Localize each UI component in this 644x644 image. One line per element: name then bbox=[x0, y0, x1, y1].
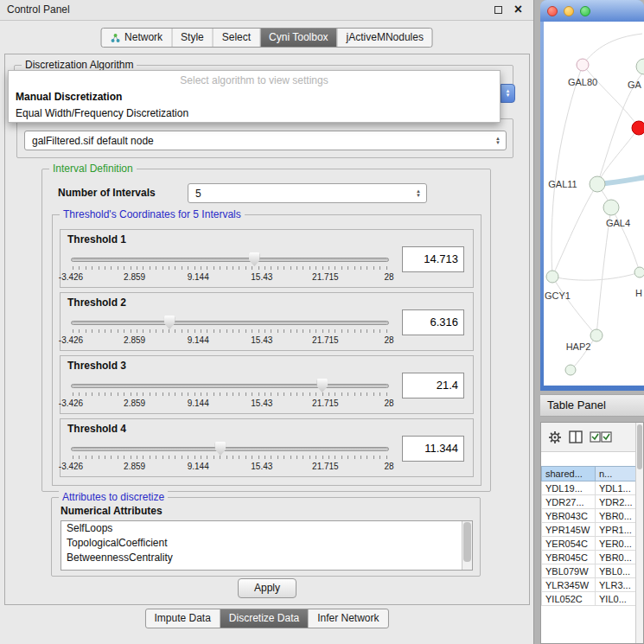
scale-label: -3.426 bbox=[59, 399, 83, 408]
node-label: GCY1 bbox=[545, 290, 571, 301]
tab-style[interactable]: Style bbox=[172, 29, 214, 47]
cell[interactable]: YIL0... bbox=[596, 592, 637, 606]
cell[interactable]: YBR045C bbox=[542, 551, 596, 564]
node[interactable] bbox=[634, 267, 644, 277]
scale-label: 21.715 bbox=[312, 462, 339, 471]
tab-jactivemnodules[interactable]: jActiveMNodules bbox=[338, 29, 432, 47]
list-item[interactable]: SelfLoops bbox=[61, 521, 472, 536]
minimize-traffic-light-icon[interactable] bbox=[564, 6, 574, 16]
table-row[interactable]: YDR27...YDR2... bbox=[542, 495, 637, 509]
close-icon[interactable]: × bbox=[514, 2, 522, 17]
threshold-4-value[interactable]: 11.344 bbox=[402, 436, 464, 462]
scale-label: 15.43 bbox=[251, 272, 272, 282]
node[interactable] bbox=[577, 59, 589, 71]
list-item[interactable]: TopologicalCoefficient bbox=[61, 536, 472, 551]
threshold-4-slider[interactable]: -3.426 2.859 9.144 15.43 21.715 28 bbox=[71, 440, 389, 475]
number-of-intervals-select[interactable]: 5 ▲▼ bbox=[188, 183, 427, 203]
table-row[interactable]: YBL079WYBL0... bbox=[542, 564, 637, 578]
threshold-1-slider[interactable]: -3.426 2.859 9.144 15.43 21.715 28 bbox=[71, 251, 389, 285]
right-panel: GAL80 GA GAL11 GAL4 GCY1 H HAP2 Table Pa… bbox=[540, 0, 644, 644]
scrollbar-thumb[interactable] bbox=[637, 424, 642, 469]
threshold-2-slider[interactable]: -3.426 2.859 9.144 15.43 21.715 28 bbox=[71, 314, 389, 348]
column-header-name[interactable]: n... bbox=[596, 467, 637, 481]
select-all-checkbox-icon[interactable] bbox=[590, 431, 612, 443]
cell[interactable]: YPR1... bbox=[596, 523, 637, 537]
cell[interactable]: YDL1... bbox=[596, 481, 637, 495]
slider-thumb[interactable] bbox=[164, 316, 175, 329]
scrollbar-thumb[interactable] bbox=[463, 522, 471, 562]
tab-select[interactable]: Select bbox=[214, 29, 260, 47]
cell[interactable]: YBR0... bbox=[596, 509, 637, 523]
slider-ticks bbox=[73, 392, 387, 396]
threshold-3-value[interactable]: 21.4 bbox=[402, 373, 464, 399]
selected-node[interactable] bbox=[632, 121, 644, 135]
table-row[interactable]: YLR345WYLR3... bbox=[542, 578, 637, 592]
tab-cyni-toolbox[interactable]: Cyni Toolbox bbox=[260, 29, 337, 47]
cell[interactable]: YBL0... bbox=[596, 564, 637, 578]
table-row[interactable]: YBR043CYBR0... bbox=[542, 509, 637, 523]
columns-icon[interactable] bbox=[569, 430, 583, 443]
gear-icon[interactable] bbox=[548, 430, 562, 444]
network-window-titlebar[interactable] bbox=[540, 0, 644, 22]
cell[interactable]: YER054C bbox=[542, 537, 596, 551]
cell[interactable]: YIL052C bbox=[542, 592, 596, 606]
node-label: GAL11 bbox=[548, 179, 577, 189]
threshold-label: Threshold 2 bbox=[67, 296, 126, 309]
list-item[interactable]: BetweennessCentrality bbox=[61, 551, 472, 565]
scale-label: -3.426 bbox=[59, 272, 83, 282]
thresholds-group: Threshold's Coordinates for 5 Intervals … bbox=[52, 214, 481, 486]
slider-thumb[interactable] bbox=[214, 442, 226, 456]
algorithm-option-equal-width[interactable]: Equal Width/Frequency Discretization bbox=[9, 105, 500, 122]
table-row[interactable]: YDL19...YDL1... bbox=[542, 481, 637, 495]
cell[interactable]: YBL079W bbox=[542, 564, 596, 578]
close-traffic-light-icon[interactable] bbox=[547, 6, 558, 16]
cell[interactable]: YDL19... bbox=[542, 481, 596, 495]
slider-thumb[interactable] bbox=[249, 252, 260, 266]
node[interactable] bbox=[636, 59, 644, 74]
table-scrollbar[interactable] bbox=[635, 423, 643, 643]
table-row[interactable]: YIL052CYIL0... bbox=[542, 592, 637, 606]
slider-track[interactable] bbox=[71, 384, 389, 388]
node-gal11[interactable] bbox=[590, 176, 605, 192]
threshold-4-box: Threshold 4 -3.426 2.859 9.144 15.43 21.… bbox=[60, 418, 474, 477]
cell[interactable]: YER0... bbox=[596, 537, 637, 551]
cell[interactable]: YLR3... bbox=[596, 578, 637, 592]
algorithm-combo-button[interactable]: ▲ ▼ bbox=[501, 84, 515, 103]
table-row[interactable]: YER054CYER0... bbox=[542, 537, 637, 551]
cell[interactable]: YBR043C bbox=[542, 509, 596, 523]
table-row[interactable]: YPR145WYPR1... bbox=[542, 523, 637, 537]
table-data-select[interactable]: galFiltered.sif default node ▲▼ bbox=[24, 131, 507, 150]
slider-track[interactable] bbox=[71, 321, 389, 325]
tab-infer-network[interactable]: Infer Network bbox=[309, 609, 387, 628]
float-window-icon[interactable] bbox=[494, 6, 502, 14]
slider-thumb[interactable] bbox=[316, 379, 328, 392]
network-canvas[interactable]: GAL80 GA GAL11 GAL4 GCY1 H HAP2 bbox=[544, 22, 644, 386]
tab-discretize-data[interactable]: Discretize Data bbox=[220, 609, 309, 628]
cell[interactable]: YLR345W bbox=[542, 578, 596, 592]
network-graph[interactable]: GAL80 GA GAL11 GAL4 GCY1 H HAP2 bbox=[544, 22, 644, 386]
threshold-1-value[interactable]: 14.713 bbox=[402, 246, 464, 272]
cell[interactable]: YDR2... bbox=[596, 495, 637, 509]
node-hap2[interactable] bbox=[590, 329, 603, 341]
tab-impute-data[interactable]: Impute Data bbox=[145, 609, 220, 628]
column-header-shared[interactable]: shared... bbox=[542, 467, 596, 481]
slider-track[interactable] bbox=[71, 258, 389, 262]
apply-button[interactable]: Apply bbox=[238, 578, 296, 598]
node-gal4[interactable] bbox=[603, 200, 619, 215]
node-attribute-table: shared... n... YDL19...YDL1... YDR27...Y… bbox=[541, 466, 637, 606]
node[interactable] bbox=[565, 365, 576, 375]
zoom-traffic-light-icon[interactable] bbox=[580, 6, 590, 16]
list-scrollbar[interactable] bbox=[462, 521, 472, 570]
scale-label: 15.43 bbox=[251, 462, 272, 471]
table-row[interactable]: YBR045CYBR0... bbox=[542, 551, 637, 564]
slider-track[interactable] bbox=[71, 447, 389, 451]
threshold-3-slider[interactable]: -3.426 2.859 9.144 15.43 21.715 28 bbox=[71, 377, 389, 411]
numerical-attributes-list[interactable]: SelfLoops TopologicalCoefficient Between… bbox=[61, 520, 473, 571]
threshold-2-value[interactable]: 6.316 bbox=[402, 309, 464, 335]
tab-network[interactable]: Network bbox=[101, 29, 172, 47]
algorithm-option-manual[interactable]: Manual Discretization bbox=[9, 89, 500, 105]
cell[interactable]: YBR0... bbox=[596, 551, 637, 564]
node-gcy1[interactable] bbox=[546, 271, 558, 283]
cell[interactable]: YPR145W bbox=[542, 523, 596, 537]
cell[interactable]: YDR27... bbox=[542, 495, 596, 509]
